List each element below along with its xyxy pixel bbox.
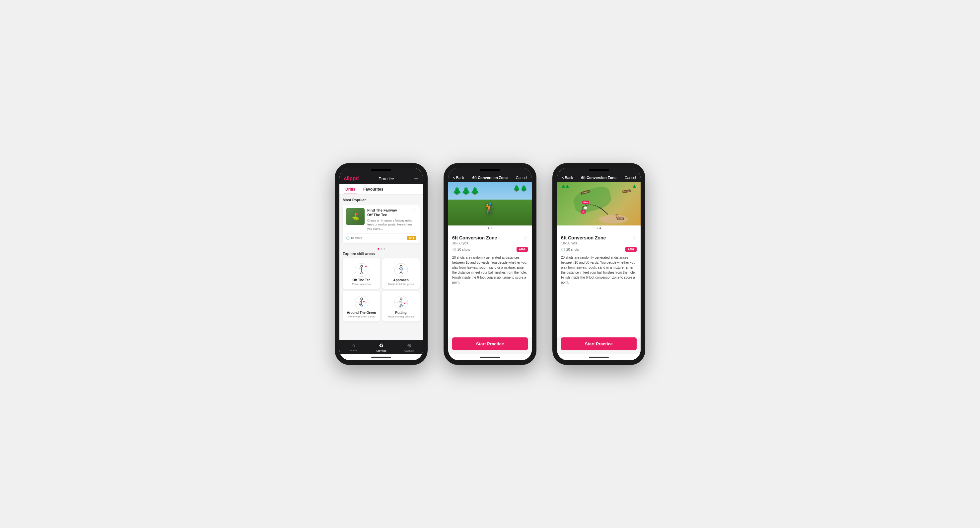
nav-capture-label: Capture	[404, 349, 414, 353]
card-title: Find The Fairway	[367, 208, 397, 212]
shots-count-2: 🕐 20 shots	[452, 248, 470, 251]
skill-name-ott: Off The Tee	[352, 278, 370, 282]
skill-putting[interactable]: Putting Make and lag practice	[382, 291, 420, 321]
clock-icon: 🕐	[346, 236, 350, 240]
svg-line-18	[399, 268, 401, 270]
drill-description-2: 20 shots are randomly generated at dista…	[452, 255, 528, 285]
status-bar-1	[339, 168, 423, 172]
scene: clippd Practice ☰ Drills Favourites Most…	[315, 143, 665, 385]
clock-icon-3: 🕐	[561, 248, 565, 251]
dot-3	[383, 248, 385, 250]
cancel-button-2[interactable]: Cancel	[516, 175, 527, 180]
skill-sub-approach: Dial-in to hit the green	[388, 282, 414, 286]
cancel-button-3[interactable]: Cancel	[625, 175, 636, 180]
drill-meta-3: 🕐 20 shots ARG	[561, 247, 636, 252]
home-bar-2	[480, 357, 500, 358]
favourite-icon[interactable]: ☆	[413, 208, 416, 212]
tabs-bar: Drills Favourites	[339, 184, 423, 195]
drill-name-2: 6ft Conversion Zone	[452, 235, 497, 241]
detail-header-2: < Back 6ft Conversion Zone Cancel	[448, 172, 532, 182]
home-indicator-3	[557, 354, 641, 360]
favourite-icon-3[interactable]: ☆	[632, 235, 636, 241]
skill-sub-atg: Hone your short game	[348, 315, 375, 318]
card-thumbnail: ⛳	[346, 208, 364, 225]
skill-around-green[interactable]: Around The Green Hone your short game	[343, 291, 380, 321]
back-button-3[interactable]: < Back	[562, 175, 573, 180]
activities-icon: ♻	[379, 342, 383, 349]
off-the-tee-icon	[353, 262, 370, 278]
drill-description-3: 20 shots are randomly generated at dista…	[561, 255, 636, 285]
favourite-icon-2[interactable]: ☆	[523, 235, 528, 241]
home-bar-3	[589, 357, 609, 358]
dot-1	[377, 248, 379, 250]
approach-icon	[393, 262, 409, 278]
img-dot-3-1	[597, 228, 598, 229]
nav-title-1: Practice	[379, 176, 394, 181]
around-green-icon	[353, 294, 370, 311]
nav-activities-label: Activities	[376, 349, 387, 353]
shot-path	[557, 182, 641, 225]
clock-icon-2: 🕐	[452, 248, 456, 251]
img-dot-2	[491, 228, 492, 229]
svg-point-45	[404, 303, 406, 304]
home-bar-1	[371, 357, 391, 358]
svg-point-34	[362, 305, 363, 306]
start-practice-button-3[interactable]: Start Practice	[561, 337, 636, 350]
svg-point-10	[365, 266, 367, 267]
shots-count: 🕐 10 shots	[346, 236, 362, 240]
notch-1	[371, 169, 391, 171]
skill-areas-grid: Off The Tee Power accuracy	[343, 258, 420, 321]
phone-1: clippd Practice ☰ Drills Favourites Most…	[335, 163, 428, 365]
start-practice-button-2[interactable]: Start Practice	[452, 337, 528, 350]
golf-image: 🌲🌲🌲 🌲🌲 🏌️	[448, 182, 532, 225]
dot-2	[380, 248, 382, 250]
skill-off-the-tee[interactable]: Off The Tee Power accuracy	[343, 258, 380, 289]
skill-sub-putting: Make and lag practice	[388, 315, 414, 318]
carousel-dots	[343, 246, 420, 252]
app-logo: clippd	[344, 175, 359, 182]
miss-pin: Miss	[582, 201, 589, 204]
image-dots-2	[448, 225, 532, 231]
tab-favourites[interactable]: Favourites	[362, 184, 385, 194]
nav-activities[interactable]: ♻ Activities	[367, 342, 395, 353]
putting-icon	[393, 294, 409, 311]
svg-point-47	[399, 306, 401, 308]
svg-line-29	[360, 301, 362, 302]
category-tag-3: ARG	[625, 247, 636, 252]
svg-line-9	[362, 272, 363, 274]
app-header-1: clippd Practice ☰	[339, 172, 423, 184]
featured-card[interactable]: ⛳ Find The Fairway Off The Tee ☆ Create …	[343, 204, 420, 243]
nav-capture[interactable]: ⊕ Capture	[395, 342, 423, 353]
svg-point-46	[402, 305, 403, 306]
card-footer: 🕐 10 shots OTT	[346, 233, 416, 240]
skill-name-putting: Putting	[395, 311, 406, 314]
capture-icon: ⊕	[407, 342, 411, 349]
category-tag-2: ARG	[517, 247, 528, 252]
shots-count-3: 🕐 20 shots	[561, 248, 579, 251]
tab-drills[interactable]: Drills	[344, 184, 356, 194]
course-map: SAND FAIRWAY ROUGH 🌲🌲 🌲	[557, 182, 641, 225]
svg-point-33	[363, 301, 364, 302]
phone-3: < Back 6ft Conversion Zone Cancel SAND	[552, 163, 645, 365]
drill-yardage-2: 10-50 yds	[452, 241, 497, 245]
skill-name-atg: Around The Green	[347, 311, 376, 314]
img-dot-3-2	[600, 228, 601, 229]
menu-icon[interactable]: ☰	[414, 176, 418, 181]
notch-3	[589, 169, 609, 171]
back-button-2[interactable]: < Back	[453, 175, 464, 180]
golfer-map: 🏌️	[614, 214, 620, 219]
detail-body-3: 6ft Conversion Zone 10-50 yds ☆ 🕐 20 sho…	[557, 231, 641, 337]
phone-2: < Back 6ft Conversion Zone Cancel 🌲🌲🌲 🌲🌲	[444, 163, 536, 365]
svg-line-7	[360, 268, 362, 270]
drill-map: SAND FAIRWAY ROUGH 🌲🌲 🌲	[557, 182, 641, 225]
header-title-3: 6ft Conversion Zone	[581, 175, 616, 180]
drill-photo: 🌲🌲🌲 🌲🌲 🏌️	[448, 182, 532, 225]
card-description: Create an imaginary fairway using trees …	[367, 219, 416, 231]
skill-name-approach: Approach	[393, 278, 409, 282]
nav-home[interactable]: ⌂ Home	[339, 342, 367, 353]
skill-approach[interactable]: Approach Dial-in to hit the green	[382, 258, 420, 289]
golfer-image: ⛳	[346, 208, 364, 225]
home-icon: ⌂	[352, 342, 355, 348]
status-bar-3	[557, 168, 641, 172]
card-subtitle: Off The Tee	[367, 212, 397, 217]
